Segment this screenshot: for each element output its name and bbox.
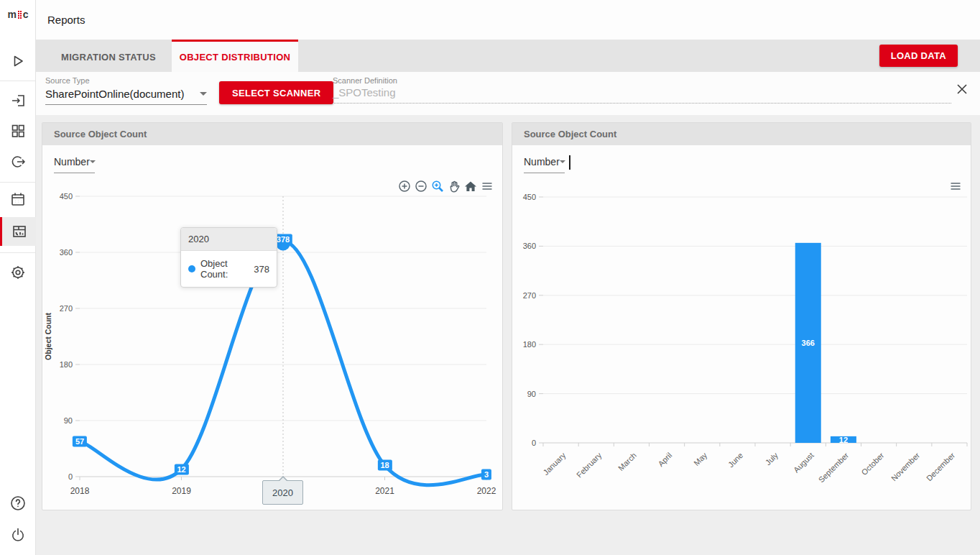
sidebar-divider <box>0 81 35 81</box>
x-tick-label: 2018 <box>70 486 90 496</box>
right-chart-modebar <box>949 180 962 193</box>
source-type-label: Source Type <box>45 76 90 85</box>
left-number-select[interactable]: Number <box>54 156 95 173</box>
sidebar-item-reports[interactable] <box>0 217 36 246</box>
chevron-down-icon <box>90 160 96 163</box>
logo-dots <box>18 11 22 19</box>
filter-row: Source Type SharePointOnline(document) S… <box>36 72 980 115</box>
reports-page: { "header": { "title": "Reports" }, "log… <box>0 0 980 555</box>
sidebar-item-logout-power[interactable] <box>0 520 36 549</box>
sidebar-item-export[interactable] <box>0 147 36 176</box>
tab-migration-status[interactable]: MIGRATION STATUS <box>45 40 172 72</box>
source-type-select[interactable]: SharePointOnline(document) <box>45 88 207 105</box>
box-zoom-icon[interactable] <box>431 180 444 193</box>
bar-chart-panel: Source Object Count Number 0901802703604… <box>512 122 971 510</box>
top-bar: Reports <box>36 0 980 40</box>
gear-icon <box>9 264 27 281</box>
y-tick-label: 270 <box>523 291 536 300</box>
bar-value-label: 12 <box>839 436 848 444</box>
panel-title: Source Object Count <box>42 123 502 145</box>
help-icon <box>9 495 27 512</box>
y-tick-label: 180 <box>523 340 536 349</box>
x-tick-label: 2019 <box>172 486 191 496</box>
tooltip-header: 2020 <box>181 228 277 251</box>
sidebar-item-run[interactable] <box>0 47 36 75</box>
chevron-down-icon <box>560 160 565 163</box>
x-tick-label: 2022 <box>477 486 496 496</box>
page-title: Reports <box>47 0 85 40</box>
reports-icon <box>11 223 28 240</box>
x-tick-label: 2021 <box>375 486 394 496</box>
scanner-definition-value: _SPOTesting <box>333 86 396 98</box>
logout-icon <box>9 153 27 170</box>
right-number-select[interactable]: Number <box>524 156 565 173</box>
y-tick-label: 0 <box>68 472 73 481</box>
line-chart-panel: Source Object Count Number 0901802703604… <box>42 122 503 510</box>
number-select-value: Number <box>54 156 90 168</box>
series-color-dot <box>188 265 195 272</box>
y-tick-label: 90 <box>527 390 536 398</box>
source-type-value: SharePointOnline(document) <box>45 88 184 100</box>
zoom-out-icon[interactable] <box>415 180 427 193</box>
sidebar-divider <box>0 182 35 183</box>
data-point-label: 57 <box>73 436 87 446</box>
zoom-in-icon[interactable] <box>398 180 411 193</box>
x-axis-hover-label: 2020 <box>262 480 303 505</box>
app-logo: m c <box>0 9 36 20</box>
y-tick-label: 360 <box>60 248 73 257</box>
menu-icon[interactable] <box>949 180 962 193</box>
close-icon[interactable] <box>954 81 970 97</box>
data-point-label: 3 <box>481 469 491 480</box>
sidebar-item-settings[interactable] <box>0 258 36 287</box>
tooltip-value: 378 <box>254 264 269 275</box>
menu-icon[interactable] <box>481 180 494 193</box>
text-cursor <box>569 155 570 170</box>
y-tick-label: 450 <box>523 193 536 201</box>
data-point-label: 12 <box>174 464 188 474</box>
y-axis-title: Object Count <box>44 313 52 360</box>
scanner-definition-label: Scanner Definition <box>333 76 397 85</box>
bar-value-label: 366 <box>802 339 815 347</box>
select-scanner-button[interactable]: SELECT SCANNER <box>219 81 333 104</box>
y-tick-label: 180 <box>60 360 73 369</box>
y-tick-label: 90 <box>64 416 73 425</box>
sidebar: m c <box>0 0 36 555</box>
sidebar-item-import[interactable] <box>0 86 36 115</box>
y-tick-label: 450 <box>60 192 73 201</box>
panel-title: Source Object Count <box>512 123 971 145</box>
number-select-value: Number <box>524 156 560 168</box>
chart-tooltip: 2020 Object Count: 378 <box>180 227 277 288</box>
sidebar-item-dashboard[interactable] <box>0 116 36 145</box>
grid-icon <box>9 122 27 139</box>
pan-icon[interactable] <box>448 180 461 193</box>
y-tick-label: 270 <box>60 304 73 313</box>
tooltip-series-label: Object Count: <box>200 258 250 280</box>
left-chart-modebar <box>398 180 494 193</box>
bar-chart-canvas[interactable]: 09018027036045036612JanuaryFebruaryMarch… <box>512 123 971 510</box>
tooltip-body: Object Count: 378 <box>181 251 277 287</box>
bar-chart-svg: 09018027036045036612 <box>512 123 972 511</box>
y-tick-label: 360 <box>523 242 536 250</box>
play-icon <box>9 52 27 70</box>
scanner-definition-field[interactable]: _SPOTesting <box>333 86 951 104</box>
login-icon <box>9 92 27 109</box>
y-tick-label: 0 <box>532 439 536 447</box>
tab-object-distribution[interactable]: OBJECT DISTRIBUTION <box>172 40 298 72</box>
home-icon[interactable] <box>464 180 477 193</box>
chevron-down-icon <box>200 92 207 96</box>
load-data-button[interactable]: LOAD DATA <box>879 45 958 67</box>
sidebar-item-help[interactable] <box>0 489 36 518</box>
sidebar-divider <box>0 252 35 253</box>
sidebar-item-scheduler[interactable] <box>0 185 36 214</box>
power-icon <box>9 526 27 543</box>
logo-letter-c: c <box>23 9 29 20</box>
calendar-icon <box>9 191 27 208</box>
logo-letter-m: m <box>7 9 16 20</box>
data-point-label: 18 <box>377 460 392 471</box>
tab-bar: MIGRATION STATUS OBJECT DISTRIBUTION LOA… <box>36 40 980 72</box>
content-area: Source Object Count Number 0901802703604… <box>36 115 980 555</box>
